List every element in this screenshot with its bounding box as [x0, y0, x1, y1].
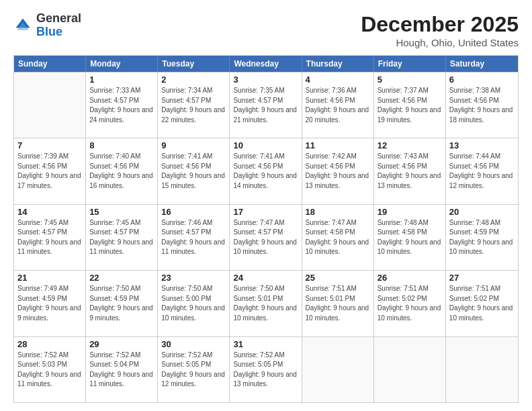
day-info: Sunrise: 7:51 AM Sunset: 5:02 PM Dayligh… — [378, 284, 442, 323]
day-number: 14 — [17, 207, 82, 217]
day-info: Sunrise: 7:42 AM Sunset: 4:56 PM Dayligh… — [306, 152, 370, 191]
day-info: Sunrise: 7:37 AM Sunset: 4:56 PM Dayligh… — [378, 86, 442, 125]
day-info: Sunrise: 7:44 AM Sunset: 4:56 PM Dayligh… — [449, 152, 515, 191]
calendar-cell-14: 14Sunrise: 7:45 AM Sunset: 4:57 PM Dayli… — [14, 205, 86, 270]
calendar-cell-1: 1Sunrise: 7:33 AM Sunset: 4:57 PM Daylig… — [86, 73, 158, 138]
calendar-cell-18: 18Sunrise: 7:47 AM Sunset: 4:58 PM Dayli… — [302, 205, 374, 270]
calendar-cell-29: 29Sunrise: 7:52 AM Sunset: 5:04 PM Dayli… — [86, 337, 158, 402]
day-info: Sunrise: 7:51 AM Sunset: 5:02 PM Dayligh… — [449, 284, 515, 323]
calendar-cell-3: 3Sunrise: 7:35 AM Sunset: 4:57 PM Daylig… — [230, 73, 302, 138]
day-number: 5 — [378, 75, 442, 85]
logo-text: General Blue — [36, 12, 81, 39]
logo-general: General — [36, 11, 81, 25]
calendar-cell-16: 16Sunrise: 7:46 AM Sunset: 4:57 PM Dayli… — [158, 205, 230, 270]
calendar-row-2: 14Sunrise: 7:45 AM Sunset: 4:57 PM Dayli… — [14, 204, 518, 270]
day-number: 3 — [233, 75, 298, 85]
day-info: Sunrise: 7:41 AM Sunset: 4:56 PM Dayligh… — [233, 152, 298, 191]
top-section: General Blue December 2025 Hough, Ohio, … — [13, 12, 519, 48]
calendar-row-1: 7Sunrise: 7:39 AM Sunset: 4:56 PM Daylig… — [14, 138, 518, 203]
day-info: Sunrise: 7:45 AM Sunset: 4:57 PM Dayligh… — [89, 218, 154, 257]
day-number: 16 — [161, 207, 226, 217]
logo-icon — [13, 16, 32, 35]
day-number: 9 — [161, 140, 226, 150]
day-number: 11 — [306, 140, 370, 150]
day-info: Sunrise: 7:46 AM Sunset: 4:57 PM Dayligh… — [161, 218, 226, 257]
calendar-cell-30: 30Sunrise: 7:52 AM Sunset: 5:05 PM Dayli… — [158, 337, 230, 402]
day-number: 8 — [89, 140, 154, 150]
calendar-cell-7: 7Sunrise: 7:39 AM Sunset: 4:56 PM Daylig… — [14, 138, 86, 203]
calendar-cell-12: 12Sunrise: 7:43 AM Sunset: 4:56 PM Dayli… — [374, 138, 446, 203]
day-number: 7 — [17, 140, 82, 150]
calendar-cell-5: 5Sunrise: 7:37 AM Sunset: 4:56 PM Daylig… — [374, 73, 446, 138]
day-number: 18 — [306, 207, 370, 217]
logo: General Blue — [13, 12, 81, 39]
calendar-row-3: 21Sunrise: 7:49 AM Sunset: 4:59 PM Dayli… — [14, 270, 518, 336]
day-number: 25 — [306, 273, 370, 283]
calendar-cell-4: 4Sunrise: 7:36 AM Sunset: 4:56 PM Daylig… — [302, 73, 374, 138]
day-number: 20 — [449, 207, 515, 217]
calendar-cell-15: 15Sunrise: 7:45 AM Sunset: 4:57 PM Dayli… — [86, 205, 158, 270]
calendar-cell-empty-4-4 — [302, 337, 374, 402]
calendar-cell-26: 26Sunrise: 7:51 AM Sunset: 5:02 PM Dayli… — [374, 271, 446, 336]
calendar-row-0: 1Sunrise: 7:33 AM Sunset: 4:57 PM Daylig… — [14, 72, 518, 138]
day-number: 15 — [89, 207, 154, 217]
day-info: Sunrise: 7:48 AM Sunset: 4:58 PM Dayligh… — [378, 218, 442, 257]
day-info: Sunrise: 7:39 AM Sunset: 4:56 PM Dayligh… — [17, 152, 82, 191]
calendar-cell-28: 28Sunrise: 7:52 AM Sunset: 5:03 PM Dayli… — [14, 337, 86, 402]
day-info: Sunrise: 7:52 AM Sunset: 5:03 PM Dayligh… — [17, 351, 82, 390]
calendar-cell-2: 2Sunrise: 7:34 AM Sunset: 4:57 PM Daylig… — [158, 73, 230, 138]
calendar-cell-13: 13Sunrise: 7:44 AM Sunset: 4:56 PM Dayli… — [446, 138, 518, 203]
day-info: Sunrise: 7:35 AM Sunset: 4:57 PM Dayligh… — [233, 86, 298, 125]
day-number: 31 — [233, 339, 298, 349]
calendar-cell-6: 6Sunrise: 7:38 AM Sunset: 4:56 PM Daylig… — [446, 73, 518, 138]
day-number: 19 — [378, 207, 442, 217]
calendar-cell-21: 21Sunrise: 7:49 AM Sunset: 4:59 PM Dayli… — [14, 271, 86, 336]
day-info: Sunrise: 7:47 AM Sunset: 4:58 PM Dayligh… — [306, 218, 370, 257]
header-day-monday: Monday — [86, 56, 158, 72]
day-info: Sunrise: 7:51 AM Sunset: 5:01 PM Dayligh… — [306, 284, 370, 323]
day-number: 30 — [161, 339, 226, 349]
day-number: 26 — [378, 273, 442, 283]
header-day-wednesday: Wednesday — [230, 56, 302, 72]
day-number: 21 — [17, 273, 82, 283]
day-info: Sunrise: 7:52 AM Sunset: 5:04 PM Dayligh… — [89, 351, 154, 390]
day-info: Sunrise: 7:49 AM Sunset: 4:59 PM Dayligh… — [17, 284, 82, 323]
header-day-saturday: Saturday — [446, 56, 518, 72]
calendar-cell-10: 10Sunrise: 7:41 AM Sunset: 4:56 PM Dayli… — [230, 138, 302, 203]
calendar-cell-20: 20Sunrise: 7:48 AM Sunset: 4:59 PM Dayli… — [446, 205, 518, 270]
header-day-thursday: Thursday — [302, 56, 374, 72]
day-info: Sunrise: 7:43 AM Sunset: 4:56 PM Dayligh… — [378, 152, 442, 191]
calendar-cell-27: 27Sunrise: 7:51 AM Sunset: 5:02 PM Dayli… — [446, 271, 518, 336]
day-info: Sunrise: 7:33 AM Sunset: 4:57 PM Dayligh… — [89, 86, 154, 125]
page: General Blue December 2025 Hough, Ohio, … — [0, 0, 532, 411]
day-info: Sunrise: 7:41 AM Sunset: 4:56 PM Dayligh… — [161, 152, 226, 191]
day-info: Sunrise: 7:52 AM Sunset: 5:05 PM Dayligh… — [161, 351, 226, 390]
calendar-cell-empty-4-6 — [446, 337, 518, 402]
calendar-cell-25: 25Sunrise: 7:51 AM Sunset: 5:01 PM Dayli… — [302, 271, 374, 336]
day-number: 2 — [161, 75, 226, 85]
day-number: 10 — [233, 140, 298, 150]
day-info: Sunrise: 7:40 AM Sunset: 4:56 PM Dayligh… — [89, 152, 154, 191]
day-info: Sunrise: 7:34 AM Sunset: 4:57 PM Dayligh… — [161, 86, 226, 125]
day-number: 17 — [233, 207, 298, 217]
header-day-friday: Friday — [374, 56, 446, 72]
calendar-cell-22: 22Sunrise: 7:50 AM Sunset: 4:59 PM Dayli… — [86, 271, 158, 336]
day-number: 4 — [306, 75, 370, 85]
day-info: Sunrise: 7:38 AM Sunset: 4:56 PM Dayligh… — [449, 86, 515, 125]
day-info: Sunrise: 7:45 AM Sunset: 4:57 PM Dayligh… — [17, 218, 82, 257]
calendar-cell-empty-0-0 — [14, 73, 86, 138]
calendar-cell-8: 8Sunrise: 7:40 AM Sunset: 4:56 PM Daylig… — [86, 138, 158, 203]
calendar-header: SundayMondayTuesdayWednesdayThursdayFrid… — [14, 56, 518, 72]
day-info: Sunrise: 7:50 AM Sunset: 5:01 PM Dayligh… — [233, 284, 298, 323]
calendar-cell-empty-4-5 — [374, 337, 446, 402]
day-number: 22 — [89, 273, 154, 283]
day-info: Sunrise: 7:36 AM Sunset: 4:56 PM Dayligh… — [306, 86, 370, 125]
logo-blue: Blue — [36, 25, 62, 38]
day-info: Sunrise: 7:52 AM Sunset: 5:05 PM Dayligh… — [233, 351, 298, 390]
calendar-cell-11: 11Sunrise: 7:42 AM Sunset: 4:56 PM Dayli… — [302, 138, 374, 203]
subtitle: Hough, Ohio, United States — [361, 37, 519, 48]
day-number: 29 — [89, 339, 154, 349]
calendar-row-4: 28Sunrise: 7:52 AM Sunset: 5:03 PM Dayli… — [14, 336, 518, 402]
calendar-cell-31: 31Sunrise: 7:52 AM Sunset: 5:05 PM Dayli… — [230, 337, 302, 402]
calendar-cell-17: 17Sunrise: 7:47 AM Sunset: 4:57 PM Dayli… — [230, 205, 302, 270]
